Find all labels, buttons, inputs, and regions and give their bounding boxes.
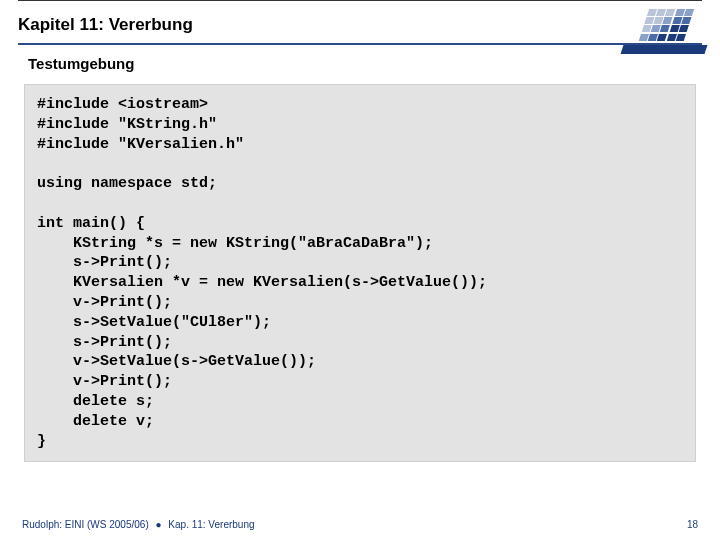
bullet-icon: ● bbox=[152, 519, 166, 530]
footer-course: Rudolph: EINI (WS 2005/06) bbox=[22, 519, 149, 530]
header: Kapitel 11: Vererbung bbox=[0, 3, 720, 41]
slide-subtitle: Testumgebung bbox=[0, 45, 720, 80]
footer-chapter: Kap. 11: Vererbung bbox=[168, 519, 254, 530]
page-number: 18 bbox=[687, 519, 698, 530]
footer: Rudolph: EINI (WS 2005/06) ● Kap. 11: Ve… bbox=[0, 519, 720, 530]
brand-logo bbox=[644, 9, 702, 51]
code-listing: #include <iostream> #include "KString.h"… bbox=[24, 84, 696, 462]
footer-left: Rudolph: EINI (WS 2005/06) ● Kap. 11: Ve… bbox=[22, 519, 255, 530]
chapter-title: Kapitel 11: Vererbung bbox=[18, 11, 702, 37]
top-rule bbox=[18, 0, 702, 1]
